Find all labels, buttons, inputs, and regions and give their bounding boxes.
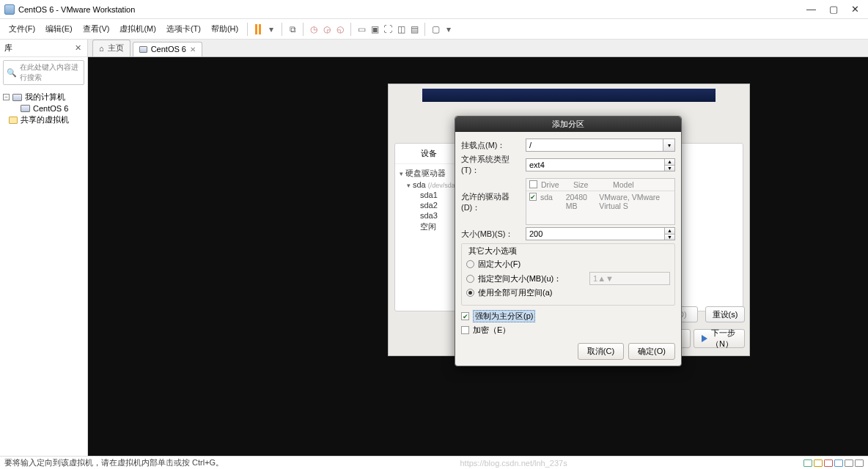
tree-item-shared[interactable]: 共享的虚拟机 bbox=[1, 114, 86, 126]
device-icon[interactable] bbox=[814, 459, 823, 467]
cancel-button[interactable]: 取消(C) bbox=[578, 343, 624, 360]
dev-part-sda2[interactable]: sda2 bbox=[400, 200, 457, 210]
maximize-button[interactable]: ▢ bbox=[829, 4, 838, 15]
tab-home[interactable]: ⌂ 主页 bbox=[92, 40, 130, 56]
drive-checkbox[interactable]: ✔ bbox=[529, 193, 537, 201]
col-size: Size bbox=[573, 180, 613, 189]
library-toggle-icon[interactable]: ▢ bbox=[430, 23, 441, 35]
force-primary-label: 强制为主分区(p) bbox=[473, 310, 535, 322]
add-partition-dialog: 添加分区 挂载点(M)： / ▾ 文件系统类型(T)： ext4 ▲▼ bbox=[455, 116, 682, 366]
drive-row-sda[interactable]: ✔ sda 20480 MB VMware, VMware Virtual S bbox=[526, 191, 674, 212]
radio-fill[interactable] bbox=[466, 289, 474, 297]
size-spinner[interactable]: ▲▼ bbox=[664, 228, 674, 240]
size-input[interactable]: 200 ▲▼ bbox=[526, 227, 675, 240]
device-icon[interactable] bbox=[845, 459, 853, 467]
tree-root-label: 我的计算机 bbox=[25, 92, 65, 103]
fs-type-select[interactable]: ext4 ▲▼ bbox=[526, 158, 675, 171]
col-drive: Drive bbox=[541, 180, 573, 189]
tab-close-icon[interactable]: ✕ bbox=[190, 45, 196, 53]
tree-item-centos6[interactable]: CentOS 6 bbox=[1, 103, 86, 114]
app-icon bbox=[4, 4, 15, 15]
encrypt-label: 加密（E） bbox=[473, 325, 510, 336]
search-icon: 🔍 bbox=[7, 68, 17, 78]
device-icon[interactable] bbox=[803, 459, 812, 467]
device-column: 设备 ▾硬盘驱动器 ▾sda (/dev/sda) sda1 sda2 sda3… bbox=[395, 144, 463, 311]
chevron-down-icon[interactable]: ▾ bbox=[663, 139, 674, 151]
allowed-drives-list[interactable]: Drive Size Model ✔ sda 20480 MB VMware, … bbox=[526, 178, 675, 225]
encrypt-checkbox[interactable] bbox=[461, 326, 469, 334]
fs-type-label: 文件系统类型(T)： bbox=[461, 154, 526, 176]
pause-dropdown-icon[interactable]: ▾ bbox=[265, 23, 277, 35]
menu-file[interactable]: 文件(F) bbox=[4, 21, 40, 37]
menu-help[interactable]: 帮助(H) bbox=[207, 21, 243, 37]
tab-home-label: 主页 bbox=[108, 43, 124, 53]
window-controls: — ▢ ✕ bbox=[806, 4, 864, 15]
sidebar-close-icon[interactable]: ✕ bbox=[73, 43, 83, 53]
tree-item-label: CentOS 6 bbox=[33, 104, 68, 113]
vm-console[interactable]: 设备 ▾硬盘驱动器 ▾sda (/dev/sda) sda1 sda2 sda3… bbox=[88, 57, 868, 456]
dev-root[interactable]: ▾硬盘驱动器 bbox=[400, 167, 457, 180]
unity-icon[interactable]: ◫ bbox=[395, 23, 407, 35]
pause-button[interactable] bbox=[255, 24, 261, 34]
window-title: CentOS 6 - VMware Workstation bbox=[18, 5, 135, 14]
computer-icon bbox=[12, 94, 22, 101]
radio-fixed[interactable] bbox=[466, 260, 474, 268]
fit-guest-icon[interactable]: ▭ bbox=[356, 23, 367, 35]
select-spinner[interactable]: ▲▼ bbox=[664, 159, 674, 171]
stretch-icon[interactable]: ▣ bbox=[369, 23, 380, 35]
tree-collapse-icon[interactable]: − bbox=[3, 94, 10, 100]
library-dropdown-icon[interactable]: ▾ bbox=[443, 23, 455, 35]
window-titlebar: CentOS 6 - VMware Workstation — ▢ ✕ bbox=[0, 0, 868, 19]
device-tree: ▾硬盘驱动器 ▾sda (/dev/sda) sda1 sda2 sda3 空闲 bbox=[395, 164, 462, 236]
drive-name: sda bbox=[540, 193, 566, 210]
device-icon[interactable] bbox=[855, 459, 864, 467]
dev-part-free[interactable]: 空闲 bbox=[400, 221, 457, 233]
force-primary-checkbox[interactable]: ✔ bbox=[461, 312, 469, 320]
thumbnail-icon[interactable]: ▤ bbox=[408, 23, 420, 35]
ok-button[interactable]: 确定(O) bbox=[628, 343, 675, 360]
dev-disk[interactable]: ▾sda (/dev/sda) bbox=[400, 180, 457, 190]
dev-part-sda3[interactable]: sda3 bbox=[400, 210, 457, 221]
reset-button[interactable]: 重设(s) bbox=[705, 306, 745, 322]
snapshot-take-icon[interactable]: ◷ bbox=[308, 23, 320, 35]
next-button[interactable]: 下一步（N） bbox=[694, 329, 745, 348]
dev-part-sda1[interactable]: sda1 bbox=[400, 190, 457, 200]
header-checkbox bbox=[529, 180, 537, 188]
tree-item-label: 共享的虚拟机 bbox=[21, 114, 69, 125]
mount-point-combo[interactable]: / ▾ bbox=[526, 139, 675, 152]
next-label: 下一步（N） bbox=[711, 328, 737, 350]
vm-icon bbox=[139, 46, 147, 53]
opt-upto-row[interactable]: 指定空间大小(MB)(u)： 1 ▲▼ bbox=[466, 272, 670, 285]
extra-size-options: 其它大小选项 固定大小(F) 指定空间大小(MB)(u)： 1 ▲▼ bbox=[461, 243, 675, 306]
opt-fixed-row[interactable]: 固定大小(F) bbox=[466, 259, 670, 270]
vm-icon bbox=[21, 105, 30, 112]
mount-label: 挂载点(M)： bbox=[461, 140, 526, 151]
opt-fill-row[interactable]: 使用全部可用空间(a) bbox=[466, 287, 670, 298]
close-button[interactable]: ✕ bbox=[851, 4, 859, 15]
menu-vm[interactable]: 虚拟机(M) bbox=[115, 21, 161, 37]
device-icon[interactable] bbox=[834, 459, 843, 467]
menu-view[interactable]: 查看(V) bbox=[78, 21, 114, 37]
size-value: 200 bbox=[529, 229, 542, 238]
snapshot-revert-icon[interactable]: ◶ bbox=[321, 23, 333, 35]
radio-upto[interactable] bbox=[466, 275, 474, 283]
snapshot-manage-icon[interactable]: ◵ bbox=[334, 23, 346, 35]
library-tree: − 我的计算机 CentOS 6 共享的虚拟机 bbox=[0, 88, 87, 129]
tree-root-row[interactable]: − 我的计算机 bbox=[1, 91, 86, 103]
force-primary-row[interactable]: ✔ 强制为主分区(p) bbox=[461, 310, 675, 322]
encrypt-row[interactable]: 加密（E） bbox=[461, 325, 675, 336]
menu-edit[interactable]: 编辑(E) bbox=[41, 21, 77, 37]
search-input[interactable]: 🔍 在此处键入内容进行搜索 bbox=[3, 60, 84, 85]
opt-upto-label: 指定空间大小(MB)(u)： bbox=[478, 273, 562, 284]
snapshot-icon[interactable]: ⧉ bbox=[287, 23, 298, 35]
device-icon[interactable] bbox=[824, 459, 833, 467]
fullscreen-icon[interactable]: ⛶ bbox=[382, 23, 394, 35]
status-device-icons bbox=[803, 459, 864, 467]
opt-fill-label: 使用全部可用空间(a) bbox=[478, 287, 552, 298]
col-model: Model bbox=[613, 180, 634, 189]
menubar: 文件(F) 编辑(E) 查看(V) 虚拟机(M) 选项卡(T) 帮助(H) ▾ … bbox=[0, 19, 868, 40]
tab-centos6[interactable]: CentOS 6 ✕ bbox=[133, 42, 202, 56]
menu-tabs[interactable]: 选项卡(T) bbox=[162, 21, 205, 37]
tab-vm-label: CentOS 6 bbox=[151, 45, 186, 53]
minimize-button[interactable]: — bbox=[806, 4, 816, 15]
